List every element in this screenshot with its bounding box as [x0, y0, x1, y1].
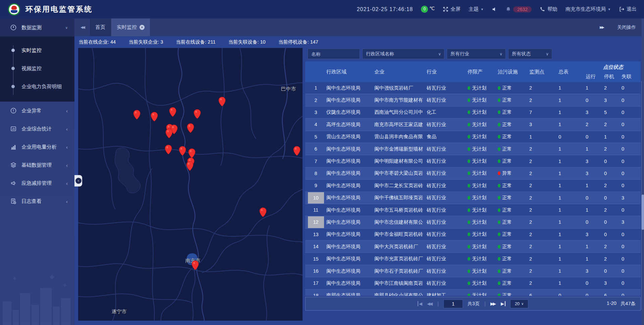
tab-realtime-monitor[interactable]: 实时监控 ✕: [111, 18, 150, 36]
col-industry: 行业: [427, 61, 468, 82]
last-page-icon[interactable]: ▶: [501, 301, 505, 306]
cell-region: 阆中生态环境局: [326, 256, 374, 262]
cell-industry: 砖瓦行业: [427, 268, 468, 274]
sidebar-item-企业电力负荷明细[interactable]: 企业电力负荷明细: [0, 77, 74, 96]
sidebar-group-6[interactable]: 日志查看‹: [0, 192, 74, 210]
cell-facility: 正常: [498, 121, 529, 128]
table-row[interactable]: 10阆中生态环境局阆中千佛镇五郎垭页岩砖瓦行业无计划正常21003: [305, 192, 641, 204]
sidebar-group-0[interactable]: 数据监测∨: [0, 18, 74, 37]
col-index: [305, 61, 326, 82]
table-row[interactable]: 5营山生态环境局营山县润丰肉食品有限食品无计划正常10010: [305, 131, 641, 143]
status-filter-select[interactable]: 所有状态 ∨: [508, 49, 552, 59]
map-panel[interactable]: 巴中市南充市遂宁市: [78, 48, 303, 321]
cell-meter: 1: [558, 232, 586, 237]
cell-run: 0: [586, 293, 604, 296]
status-text: 无计划: [472, 207, 487, 213]
table-row[interactable]: 11阆中生态环境局阆中市五马桥页岩机砖砖瓦行业无计划正常21120: [305, 204, 641, 216]
cell-run: 1: [586, 207, 604, 213]
app-title: 环保用电监管系统: [25, 4, 93, 14]
table-row[interactable]: 8阆中生态环境局阆中市枣碧大梁山页岩砖瓦行业无计划异常21300: [305, 168, 641, 180]
name-filter-input[interactable]: [311, 51, 356, 57]
sidebar-group-3[interactable]: 企业用电量分析‹: [0, 138, 74, 156]
map-pin-icon[interactable]: [179, 146, 186, 156]
sidebar-group-2[interactable]: 企业综合统计‹: [0, 120, 74, 138]
org-menu[interactable]: 南充市生态环境局 ▼: [566, 6, 611, 12]
tab-home[interactable]: 首页: [90, 18, 111, 36]
tabs-scroll-left-icon[interactable]: ◀◀: [80, 25, 89, 30]
table-row[interactable]: 16阆中生态环境局阆中市石子页岩机砖厂砖瓦行业无计划正常21300: [305, 265, 641, 277]
sidebar-group-label: 数据监测: [21, 24, 42, 31]
map-pin-icon[interactable]: [151, 112, 158, 122]
prev-page-icon[interactable]: ◀◀: [427, 301, 433, 306]
name-filter[interactable]: [308, 49, 360, 59]
page-size-select[interactable]: 20 ∨: [510, 300, 528, 308]
table-row[interactable]: 13阆中生态环境局阆中市金福旺页岩机砖砖瓦行业无计划正常21300: [305, 229, 641, 241]
table-row[interactable]: 17阆中生态环境局阆中市江南镇阆南页岩砖瓦行业无计划正常21030: [305, 277, 641, 289]
map-pin-icon[interactable]: [169, 107, 177, 117]
cell-meter: 1: [558, 268, 586, 274]
map-pin-icon[interactable]: [259, 207, 267, 218]
industry-filter-select[interactable]: 所有行业 ∨: [447, 49, 506, 59]
map-pin-icon[interactable]: [194, 109, 201, 119]
sidebar-collapse-button[interactable]: ‹: [74, 175, 82, 186]
status-dot-icon: [468, 171, 470, 175]
bullet-dot-icon: [11, 49, 15, 52]
map-pin-icon[interactable]: [186, 161, 194, 171]
table-row[interactable]: 14阆中生态环境局阆中大兴页岩机砖厂砖瓦行业无计划正常21120: [305, 241, 641, 253]
cell-stop: 无计划: [468, 146, 498, 152]
sidebar-group-1[interactable]: 企业异常‹: [0, 102, 74, 120]
sidebar-item-视频监控[interactable]: 视频监控: [0, 59, 74, 77]
theme-button[interactable]: 主题 ▼: [469, 6, 484, 12]
table-row[interactable]: 6阆中生态环境局阆中市金博瑞新型墙材砖瓦行业无计划正常21120: [305, 143, 641, 155]
cell-monitor: 2: [529, 183, 558, 188]
map-pin-icon[interactable]: [165, 128, 173, 139]
status-dot-icon: [468, 208, 470, 212]
page-scrollbar[interactable]: [642, 18, 644, 325]
sidebar-group-4[interactable]: 基础数据管理‹: [0, 156, 74, 174]
table-row[interactable]: 9阆中生态环境局阆中市二龙长宝页岩砖砖瓦行业无计划正常21120: [305, 180, 641, 192]
table-row[interactable]: 12阆中生态环境局阆中市忠信建材有限公砖瓦行业无计划正常21003: [305, 216, 641, 228]
scrollbar-thumb[interactable]: [642, 195, 644, 230]
table-row[interactable]: 2阆中生态环境局阆中市南方节能建材有砖瓦行业无计划正常21030: [305, 94, 641, 106]
cell-stop: 无计划: [468, 195, 498, 201]
status-text: 无计划: [472, 97, 487, 103]
cell-halt: 2: [604, 85, 622, 91]
cell-industry: 砖瓦行业: [427, 146, 468, 152]
map-pin-icon[interactable]: [218, 97, 226, 107]
close-operations-button[interactable]: 关闭操作: [617, 24, 636, 31]
table-row[interactable]: 3仪陇生态环境局西南油气田分公司川中化工无计划正常71350: [305, 107, 641, 119]
table-row[interactable]: 15阆中生态环境局阆中市光富页岩机砖厂砖瓦行业无计划正常21120: [305, 253, 641, 265]
cell-lost: 0: [622, 85, 641, 91]
map-pin-icon[interactable]: [133, 110, 141, 120]
tab-close-icon[interactable]: ✕: [140, 25, 145, 30]
map-pin-icon[interactable]: [293, 146, 301, 156]
notifications-button[interactable]: 2632: [505, 6, 532, 12]
logout-button[interactable]: 退出: [619, 6, 637, 12]
first-page-icon[interactable]: ◀: [418, 301, 422, 306]
map-pin-icon[interactable]: [165, 145, 172, 155]
sidebar-item-实时监控[interactable]: 实时监控: [0, 41, 74, 59]
mute-button[interactable]: [492, 6, 497, 12]
map-pin-icon[interactable]: [192, 260, 199, 271]
table-row[interactable]: 18南部生态环境局南部县砂化小河有限公建材加工无计划正常60060: [305, 290, 641, 296]
table-row[interactable]: 1阆中生态环境局阆中强锐页岩砖厂砖瓦行业无计划正常21120: [305, 82, 641, 94]
table-row[interactable]: 7阆中生态环境局阆中明阳建材有限公司砖瓦行业无计划正常21300: [305, 155, 641, 167]
cell-lost: 0: [622, 268, 641, 274]
cell-run: 1: [586, 256, 604, 262]
status-dot-icon: [498, 245, 500, 249]
map-pin-icon[interactable]: [187, 123, 195, 133]
help-button[interactable]: 帮助: [540, 6, 557, 12]
fullscreen-button[interactable]: 全屏: [443, 6, 461, 12]
cell-lost: 0: [622, 110, 641, 115]
status-dot-icon: [498, 257, 500, 261]
table-row[interactable]: 4高坪生态环境局南充市高坪区王家店建砖瓦行业无计划正常31220: [305, 119, 641, 131]
region-filter-select[interactable]: 行政区域名称 ∨: [362, 49, 444, 59]
sidebar-item-label: 企业电力负荷明细: [21, 84, 62, 90]
page-number-input[interactable]: [443, 300, 463, 308]
status-dot-icon: [468, 220, 470, 224]
sidebar-group-5[interactable]: 应急减排管理‹: [0, 174, 74, 192]
chevron-down-icon: ∨: [438, 52, 441, 56]
next-page-icon[interactable]: ▶▶: [490, 301, 496, 306]
tabs-scroll-right-icon[interactable]: ▶▶: [600, 25, 608, 30]
status-dot-icon: [498, 159, 500, 163]
